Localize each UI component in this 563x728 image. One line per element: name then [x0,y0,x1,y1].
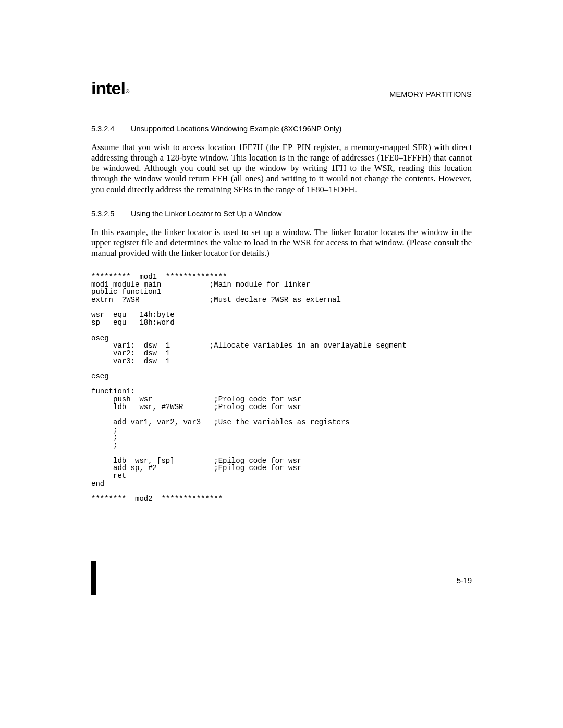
section-title: Using the Linker Locator to Set Up a Win… [131,209,282,218]
registered-icon: ® [126,89,129,94]
section-number: 5.3.2.5 [91,209,129,218]
page-header: intel® MEMORY PARTITIONS [91,78,472,98]
paragraph-1: Assume that you wish to access location … [91,142,472,195]
section-heading-1: 5.3.2.4 Unsupported Locations Windowing … [91,125,472,133]
paragraph-2: In this example, the linker locator is u… [91,227,472,258]
page-number: 5-19 [457,576,472,585]
section-title: Unsupported Locations Windowing Example … [131,125,341,133]
change-bar-icon [91,561,96,595]
logo-text: intel [91,78,125,98]
page: intel® MEMORY PARTITIONS 5.3.2.4 Unsuppo… [0,0,563,728]
section-number: 5.3.2.4 [91,125,129,133]
code-listing: ********* mod1 ************** mod1 modul… [91,273,472,503]
running-head: MEMORY PARTITIONS [389,90,472,98]
section-heading-2: 5.3.2.5 Using the Linker Locator to Set … [91,209,472,218]
intel-logo: intel® [91,78,128,98]
